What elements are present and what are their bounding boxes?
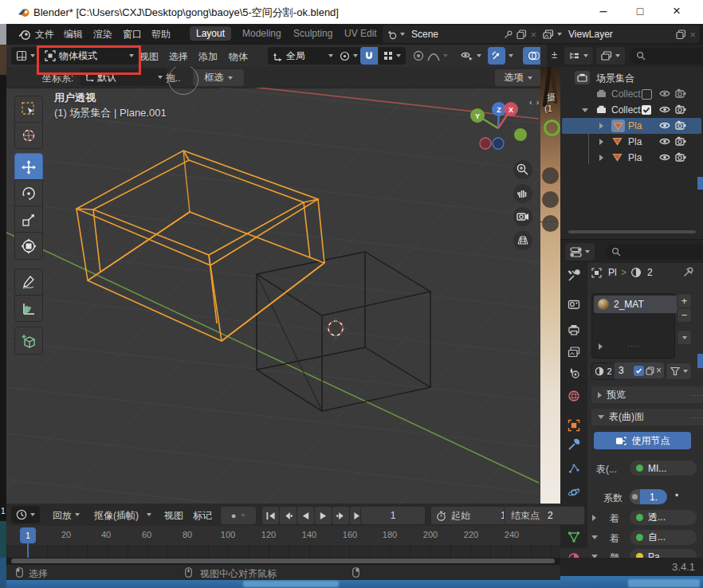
tab-object-data[interactable]	[568, 531, 580, 543]
tab-world[interactable]	[568, 390, 580, 402]
link-material-dropdown[interactable]	[666, 363, 692, 380]
hide-eye-icon[interactable]	[659, 153, 670, 162]
use-nodes-button[interactable]: 使用节点	[594, 432, 691, 449]
workspace-tab-layout[interactable]: Layout	[190, 26, 231, 41]
timeline-menu-playback[interactable]: 回放	[49, 509, 75, 523]
new-scene-icon[interactable]	[516, 29, 527, 40]
outliner-row-collection-hidden[interactable]: Collect	[560, 86, 703, 102]
prev-keyframe-button[interactable]	[279, 506, 297, 525]
tool-scale[interactable]	[14, 206, 43, 233]
viewlayer-browse-chevron-icon[interactable]	[557, 33, 562, 36]
viewport-canvas[interactable]: Z X Y	[6, 88, 540, 504]
timeline-track-area[interactable]	[6, 545, 560, 558]
falloff-curve-icon[interactable]	[427, 51, 440, 61]
panel-drag-dots[interactable]: ····	[690, 393, 703, 398]
transform-orientation-dropdown[interactable]: 全局	[268, 47, 338, 65]
material-name-field[interactable]: 3 ×	[615, 363, 664, 378]
panel-preview-header[interactable]: 预览 ····	[591, 386, 703, 403]
blender-menu-logo-icon[interactable]	[18, 28, 31, 41]
plane-2-label[interactable]: Pla	[628, 136, 642, 147]
slot-list-drag-dots[interactable]: ····	[627, 343, 640, 348]
menu-render[interactable]: 渲染	[90, 28, 116, 41]
record-icon[interactable]: ●	[231, 511, 237, 520]
menu-file[interactable]: 文件	[32, 28, 57, 41]
hide-eye-icon[interactable]	[659, 105, 670, 114]
tool-move[interactable]	[14, 153, 43, 181]
sidebar-toggle-icon[interactable]: ‹ ›	[529, 97, 540, 107]
panel-drag-dots[interactable]: ····	[690, 415, 703, 420]
exclude-checkbox-unchecked[interactable]	[642, 89, 652, 100]
editor-type-button[interactable]	[11, 47, 40, 65]
gizmo-chevron-icon[interactable]	[509, 54, 513, 57]
play-button[interactable]	[314, 506, 332, 525]
show-overlays-button[interactable]	[523, 47, 540, 65]
scene-name[interactable]: Scene	[408, 29, 501, 40]
outliner-display-mode-dropdown[interactable]	[564, 47, 593, 65]
outliner-search-field[interactable]	[630, 48, 703, 64]
show-gizmo-button[interactable]	[488, 47, 505, 65]
zoom-button[interactable]	[513, 160, 532, 179]
minimize-button[interactable]: –	[591, 0, 615, 24]
hide-eye-icon[interactable]	[659, 137, 670, 146]
new-viewlayer-icon[interactable]	[676, 29, 686, 40]
menu-help[interactable]: 帮助	[148, 28, 174, 41]
outliner-row-plane-3[interactable]: Pla	[560, 150, 703, 166]
collapse-arrow-icon[interactable]	[582, 108, 588, 112]
disable-render-camera-icon[interactable]	[675, 152, 686, 162]
pivot-point-dropdown[interactable]	[335, 47, 363, 65]
viewlayer-name[interactable]: ViewLayer	[565, 29, 673, 40]
expand-arrow-icon[interactable]	[599, 123, 603, 129]
material-name[interactable]: 3	[617, 365, 632, 376]
workspace-tab-modeling[interactable]: Modeling	[236, 26, 288, 41]
pin-icon[interactable]	[504, 29, 513, 39]
tool-measure[interactable]	[14, 295, 43, 322]
menu-edit[interactable]: 编辑	[61, 28, 86, 41]
workspace-tab-uvedit[interactable]: UV Edit	[338, 26, 383, 41]
hide-eye-icon[interactable]	[659, 89, 670, 98]
pan-button[interactable]	[513, 184, 532, 203]
jump-to-start-button[interactable]	[261, 506, 280, 525]
tool-cursor[interactable]	[14, 122, 43, 149]
maximize-button[interactable]: □	[628, 0, 652, 24]
axis-gizmo[interactable]: Z X Y	[470, 102, 527, 149]
auto-keying-group[interactable]: ●	[220, 506, 257, 525]
timeline-editor-type-button[interactable]	[11, 506, 40, 523]
object-visibility-dropdown[interactable]	[456, 47, 486, 65]
outliner-row-plane-2[interactable]: Pla	[560, 134, 703, 150]
surface-shader-button[interactable]: MI...	[630, 461, 697, 476]
slot-list-expand-icon[interactable]	[599, 343, 603, 350]
tab-scene[interactable]	[568, 367, 580, 379]
tool-annotate[interactable]	[14, 269, 43, 296]
breadcrumb-material[interactable]: 2	[647, 267, 653, 278]
exclude-checkbox-checked[interactable]	[642, 105, 651, 115]
current-frame-field[interactable]: 1	[360, 506, 426, 525]
options-dropdown[interactable]: 选项	[494, 69, 540, 87]
hide-eye-icon[interactable]	[659, 121, 670, 130]
tab-output[interactable]	[568, 323, 580, 336]
copy-material-icon[interactable]	[646, 367, 654, 375]
tool-select-box[interactable]	[14, 96, 43, 123]
next-keyframe-button[interactable]	[332, 506, 350, 525]
snap-with-dropdown[interactable]	[379, 47, 406, 65]
close-button[interactable]: ×	[665, 0, 689, 24]
camera-view-button[interactable]	[513, 207, 532, 226]
collection-hidden-label[interactable]: Collect	[611, 88, 641, 100]
viewport-menu-object[interactable]: 物体	[226, 50, 251, 64]
timeline-menu-marker[interactable]: 标记	[190, 509, 215, 523]
proportional-circle-icon[interactable]	[413, 50, 424, 61]
properties-editor-type-button[interactable]	[565, 243, 595, 261]
end-frame-field[interactable]: 结束点 2	[504, 506, 585, 525]
disable-render-camera-icon[interactable]	[675, 120, 686, 130]
tool-rotate[interactable]	[14, 179, 43, 207]
add-slot-button[interactable]: +	[677, 293, 692, 308]
slot-specials-button[interactable]	[677, 330, 692, 345]
disable-render-camera-icon[interactable]	[675, 136, 686, 146]
material-slot-row[interactable]: 2_MAT	[594, 296, 679, 313]
tab-render[interactable]	[568, 298, 580, 311]
viewport-menu-add[interactable]: 添加	[195, 50, 221, 64]
wireframe-box-unselected[interactable]	[257, 252, 430, 411]
scene-collection-label[interactable]: 场景集合	[596, 72, 634, 85]
timeline-menu-keying[interactable]: 抠像(插帧)	[91, 509, 142, 523]
keying-chevron-icon[interactable]	[147, 513, 151, 516]
timeline-menu-view[interactable]: 视图	[161, 509, 187, 523]
